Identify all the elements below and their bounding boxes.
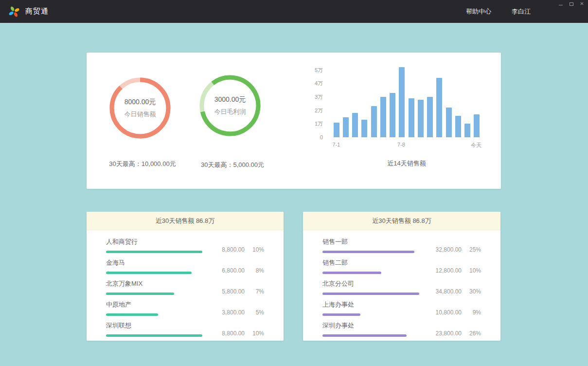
- y-axis-tick-label: 5万: [315, 66, 323, 73]
- x-axis-tick-label: [378, 142, 387, 149]
- sales-bar: [334, 123, 339, 137]
- department-sales-list: 销售一部32,800.0025%销售二部12,800.0010%北京分公司34,…: [303, 230, 500, 337]
- item-amount: 8,800.0010%: [222, 330, 264, 337]
- sales-bar: [427, 97, 433, 137]
- x-axis-tick-label: [369, 142, 378, 149]
- item-value: 10,800.00: [436, 309, 462, 316]
- sales-bar-chart: 5万4万3万2万1万0 7-17-8今天 近14天销售额: [309, 63, 489, 168]
- y-axis-tick-label: 1万: [315, 120, 323, 128]
- item-amount: 12,800.0010%: [436, 267, 481, 274]
- window-maximize-button[interactable]: [568, 1, 574, 7]
- today-profit-label: 今日毛利润: [214, 108, 246, 116]
- bar-chart-plot: [332, 63, 481, 137]
- item-percent: 26%: [462, 330, 481, 337]
- bar-chart-caption: 近14天销售额: [332, 159, 481, 168]
- today-sales-ring: 8000.00元 今日销售额: [106, 74, 174, 142]
- item-amount: 23,800.0026%: [436, 330, 481, 337]
- item-value: 8,800.00: [222, 330, 245, 337]
- item-progress-bar: [322, 272, 381, 274]
- item-percent: 30%: [462, 288, 481, 295]
- item-value: 3,800.00: [222, 309, 245, 316]
- window-close-button[interactable]: ✕: [579, 1, 585, 7]
- item-progress-bar: [322, 334, 407, 337]
- user-name-menu[interactable]: 李白江: [512, 7, 531, 16]
- item-amount: 5,800.007%: [222, 288, 264, 295]
- sales-bar: [455, 116, 461, 137]
- top-bar: 商贸通 帮助中心 李白江: [0, 0, 588, 23]
- item-value: 5,800.00: [222, 288, 245, 295]
- list-item: 上海办事处10,800.009%: [322, 300, 481, 316]
- x-axis-tick-label: [443, 142, 452, 149]
- sales-bar: [352, 113, 358, 137]
- bar-chart-y-axis: 5万4万3万2万1万0: [309, 63, 332, 137]
- item-progress-bar: [106, 251, 202, 253]
- list-item: 金海马6,800.008%: [106, 258, 264, 274]
- item-value: 12,800.00: [436, 267, 462, 274]
- today-profit-value: 3000.00元: [214, 95, 246, 104]
- item-amount: 6,800.008%: [222, 267, 264, 274]
- item-name: 中原地产: [106, 300, 264, 309]
- customer-panel-title: 近30天销售额 86.8万: [87, 212, 284, 230]
- summary-dashboard-card: 8000.00元 今日销售额 30天最高：10,000.00元 3000.00元…: [87, 53, 501, 189]
- item-percent: 5%: [245, 309, 264, 316]
- item-name: 销售二部: [322, 258, 481, 267]
- list-item: 中原地产3,800.005%: [106, 300, 264, 316]
- item-percent: 10%: [245, 246, 264, 253]
- x-axis-tick-label: [425, 142, 434, 149]
- help-center-link[interactable]: 帮助中心: [466, 7, 491, 16]
- sales-bar: [343, 117, 349, 137]
- window-minimize-button[interactable]: [557, 1, 564, 7]
- sales-bar: [474, 114, 480, 137]
- x-axis-tick-label: [406, 142, 415, 149]
- item-name: 深圳办事处: [322, 321, 481, 330]
- item-value: 8,800.00: [222, 246, 245, 253]
- item-percent: 25%: [462, 246, 481, 253]
- list-item: 销售一部32,800.0025%: [322, 238, 481, 253]
- item-amount: 3,800.005%: [222, 309, 264, 316]
- close-icon: ✕: [580, 1, 584, 6]
- sales-bar: [361, 120, 367, 137]
- item-progress-bar: [106, 334, 202, 337]
- item-amount: 10,800.009%: [436, 309, 481, 316]
- item-percent: 10%: [462, 267, 481, 274]
- item-amount: 32,800.0025%: [436, 246, 481, 253]
- list-item: 人和商贸行8,800.0010%: [106, 238, 264, 253]
- list-item: 深圳联想8,800.0010%: [106, 321, 264, 337]
- item-name: 销售一部: [322, 238, 481, 246]
- item-value: 32,800.00: [436, 246, 462, 253]
- sales-bar: [409, 98, 414, 137]
- x-axis-tick-label: 今天: [471, 142, 481, 149]
- today-sales-label: 今日销售额: [125, 110, 156, 119]
- item-amount: 8,800.0010%: [222, 246, 264, 253]
- window-controls: ✕: [557, 1, 585, 7]
- maximize-icon: [570, 2, 573, 6]
- today-profit-ring: 3000.00元 今日毛利润: [196, 72, 264, 140]
- x-axis-tick-label: [359, 142, 369, 149]
- item-name: 北京万象MIX: [106, 279, 264, 288]
- item-percent: 8%: [245, 267, 264, 274]
- bar-chart-x-axis: 7-17-8今天: [332, 142, 481, 149]
- x-axis-tick-label: [434, 142, 443, 149]
- item-progress-bar: [106, 293, 174, 295]
- sales-bar: [436, 78, 442, 137]
- app-title: 商贸通: [25, 7, 49, 16]
- item-value: 34,800.00: [436, 288, 462, 295]
- sales-bar: [371, 106, 377, 137]
- item-percent: 10%: [245, 330, 264, 337]
- item-name: 上海办事处: [322, 300, 481, 309]
- item-name: 金海马: [106, 258, 264, 267]
- list-item: 北京万象MIX5,800.007%: [106, 279, 264, 295]
- today-sales-value: 8000.00元: [125, 98, 156, 107]
- department-panel-title: 近30天销售额 86.8万: [303, 212, 500, 230]
- x-axis-tick-label: [350, 142, 359, 149]
- x-axis-tick-label: 7-1: [332, 142, 341, 149]
- list-item: 北京分公司34,800.0030%: [322, 279, 481, 295]
- item-progress-bar: [106, 313, 158, 316]
- item-progress-bar: [322, 251, 414, 253]
- today-profit-30d-max: 30天最高：5,000.00元: [177, 161, 288, 169]
- item-progress-bar: [322, 313, 360, 316]
- x-axis-tick-label: 7-8: [396, 142, 406, 149]
- item-value: 23,800.00: [436, 330, 462, 337]
- x-axis-tick-label: [415, 142, 425, 149]
- y-axis-tick-label: 3万: [315, 93, 323, 101]
